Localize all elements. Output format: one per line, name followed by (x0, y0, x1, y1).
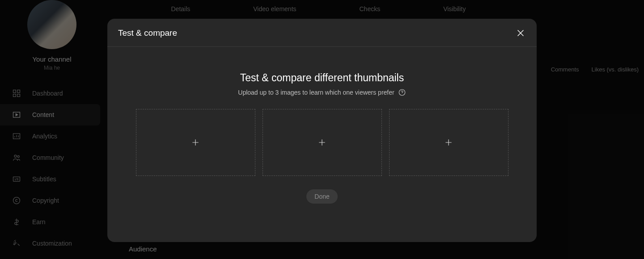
modal-header: Test & compare (107, 19, 537, 47)
plus-icon (444, 138, 453, 147)
modal-body: Test & compare different thumbnails Uplo… (107, 47, 537, 242)
modal-title: Test & compare (118, 28, 177, 38)
close-button[interactable] (515, 28, 526, 38)
thumbnail-slot-2[interactable] (263, 109, 382, 176)
plus-icon (318, 138, 326, 147)
done-button[interactable]: Done (306, 189, 337, 204)
thumbnail-slots (136, 109, 508, 176)
thumbnail-slot-3[interactable] (389, 109, 508, 176)
modal-body-subtitle-text: Upload up to 3 images to learn which one… (238, 89, 394, 96)
thumbnail-slot-1[interactable] (136, 109, 255, 176)
close-icon (516, 28, 525, 38)
modal-body-title: Test & compare different thumbnails (240, 72, 404, 84)
help-icon[interactable] (398, 88, 406, 96)
test-compare-modal: Test & compare Test & compare different … (107, 19, 537, 242)
plus-icon (191, 138, 200, 147)
modal-body-subtitle: Upload up to 3 images to learn which one… (238, 88, 406, 96)
